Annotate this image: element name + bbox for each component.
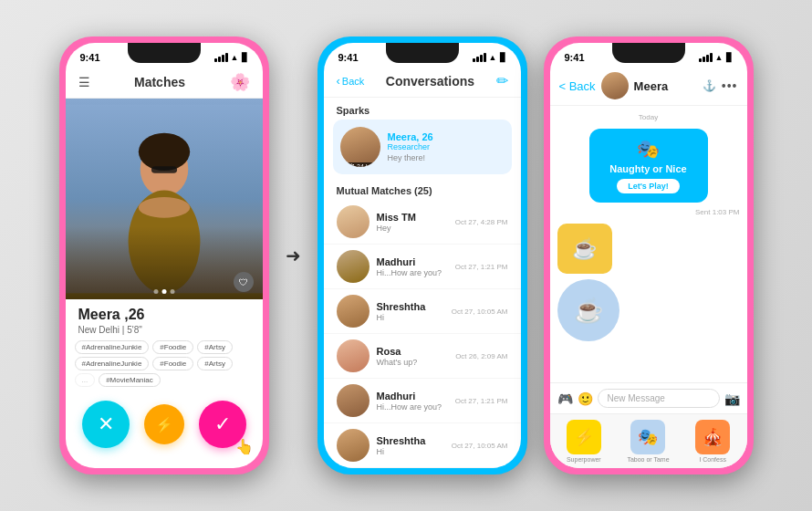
shield-badge[interactable]: 🛡 <box>234 272 254 292</box>
lets-play-button[interactable]: Let's Play! <box>617 179 680 193</box>
chat-back-button[interactable]: < Back <box>559 79 596 93</box>
conv-item-1[interactable]: Madhuri Hi...How are you? Oct 27, 1:21 P… <box>324 245 521 289</box>
profile-image: 🛡 <box>66 99 263 299</box>
tag-2[interactable]: #Foodie <box>152 340 193 354</box>
spark-avatar: ⏱ 24 hr <box>340 127 380 167</box>
chat-body: Today 🎭 Naughty or Nice Let's Play! Sent… <box>550 106 747 382</box>
sparks-label: Sparks <box>324 98 521 120</box>
tag-blur[interactable]: ... <box>75 373 96 387</box>
chat-avatar[interactable] <box>601 72 629 99</box>
battery-icon: ▊ <box>242 53 248 62</box>
conv-preview-3: What's up? <box>377 358 449 367</box>
conv-avatar-5 <box>337 429 370 462</box>
conv-item-0[interactable]: Miss TM Hey Oct 27, 4:28 PM <box>324 200 521 245</box>
menu-icon[interactable]: ☰ <box>78 75 90 89</box>
superpower-sticker-thumb: ⚡ <box>567 420 601 454</box>
image-overlay <box>66 226 263 299</box>
time-3: 9:41 <box>565 52 585 63</box>
message-input[interactable]: New Message <box>598 389 720 408</box>
tag-movie[interactable]: #MovieManiac <box>99 373 161 387</box>
conv-info-2: Shreshtha Hi <box>377 301 444 322</box>
like-button[interactable]: ✓ 👆 <box>199 401 246 448</box>
boost-button[interactable]: ⚡ <box>144 404 184 444</box>
conversations-title: Conversations <box>386 74 474 89</box>
conv-time-5: Oct 27, 10:05 AM <box>452 442 508 450</box>
status-icons-2: ▲ ▊ <box>473 53 506 62</box>
notch-1 <box>128 43 201 63</box>
conv-item-3[interactable]: Rosa What's up? Oct 26, 2:09 AM <box>324 334 521 379</box>
confess-sticker-thumb: 🎪 <box>695 420 730 454</box>
back-label: Back <box>342 76 364 87</box>
conv-avatar-0 <box>337 205 370 238</box>
conv-info-5: Shreshtha Hi <box>377 435 444 456</box>
action-buttons: ✕ ⚡ ✓ 👆 <box>66 391 263 455</box>
conversations-header: ‹ Back Conversations ✏ <box>324 68 521 98</box>
conv-name-4: Madhuri <box>377 391 448 402</box>
tag-1[interactable]: #AdrenalineJunkie <box>75 340 150 354</box>
conv-info-3: Rosa What's up? <box>377 346 449 367</box>
chat-name: Meera <box>634 79 697 93</box>
status-icons-1: ▲ ▊ <box>214 53 248 62</box>
back-arrow-icon: ‹ <box>337 74 340 88</box>
phone-matches: 9:41 ▲ ▊ ☰ Matches 🌸 <box>59 36 269 474</box>
conv-info-1: Madhuri Hi...How are you? <box>377 256 448 277</box>
battery-icon-3: ▊ <box>726 53 733 62</box>
conv-time-2: Oct 27, 10:05 AM <box>452 308 508 316</box>
conv-info-4: Madhuri Hi...How are you? <box>377 391 448 412</box>
tag-6[interactable]: #Artsy <box>197 357 233 370</box>
conv-time-1: Oct 27, 1:21 PM <box>455 263 508 271</box>
conv-avatar-3 <box>337 339 370 372</box>
phone-conversations: 9:41 ▲ ▊ ‹ Back Conversatio <box>318 36 527 474</box>
signal-icon <box>214 53 228 62</box>
sticker-confess[interactable]: 🎪 I Confess <box>695 420 730 463</box>
conv-time-3: Oct 26, 2:09 AM <box>455 352 507 360</box>
conv-item-2[interactable]: Shreshtha Hi Oct 27, 10:05 AM <box>324 289 521 334</box>
wifi-icon: ▲ <box>231 53 239 62</box>
confess-label: I Confess <box>699 456 726 463</box>
matches-title: Matches <box>134 75 185 89</box>
signal-icon-3 <box>699 53 713 62</box>
gamepad-icon[interactable]: 🎮 <box>557 391 573 406</box>
sticker-superpower[interactable]: ⚡ Superpower <box>567 420 601 463</box>
conv-item-5[interactable]: Shreshtha Hi Oct 27, 10:05 AM <box>324 423 521 468</box>
profile-location: New Delhi | 5'8" <box>78 325 250 335</box>
tag-4[interactable]: #AdrenalineJunkie <box>75 357 150 370</box>
conv-preview-1: Hi...How are you? <box>377 268 448 277</box>
conv-avatar-1 <box>337 250 370 283</box>
anchor-icon[interactable]: ⚓ <box>703 79 716 92</box>
arrow-connector: ➜ <box>286 245 301 266</box>
profile-name: Meera ,26 <box>78 307 250 323</box>
spark-item[interactable]: ⏱ 24 hr Meera, 26 Researcher Hey there! <box>333 120 512 174</box>
chat-input-bar: 🎮 🙂 New Message 📷 <box>550 382 747 413</box>
heart-icon[interactable]: 🌸 <box>230 72 250 92</box>
game-card[interactable]: 🎭 Naughty or Nice Let's Play! <box>589 129 708 203</box>
mutual-matches-label: Mutual Matches (25) <box>324 182 521 200</box>
spark-info: Meera, 26 Researcher Hey there! <box>388 131 505 162</box>
dot-3 <box>170 289 174 294</box>
spark-name: Meera, 26 <box>388 131 505 142</box>
time-2: 9:41 <box>338 52 359 63</box>
conv-time-0: Oct 27, 4:28 PM <box>455 218 508 226</box>
taboo-label: Taboo or Tame <box>627 456 669 463</box>
conv-preview-2: Hi <box>377 313 444 322</box>
more-options-button[interactable]: ••• <box>722 78 738 93</box>
matches-header: ☰ Matches 🌸 <box>66 68 263 99</box>
dot-2 <box>161 289 166 294</box>
sticker-taboo[interactable]: 🎭 Taboo or Tame <box>627 420 669 463</box>
tags-row-2: #AdrenalineJunkie #Foodie #Artsy <box>75 357 254 370</box>
camera-icon[interactable]: 📷 <box>724 391 740 406</box>
tag-5[interactable]: #Foodie <box>152 357 193 370</box>
conv-item-4[interactable]: Madhuri Hi...How are you? Oct 27, 1:21 P… <box>324 379 521 423</box>
back-button[interactable]: ‹ Back <box>337 74 365 88</box>
conv-name-5: Shreshtha <box>377 435 444 446</box>
sent-time: Sent 1:03 PM <box>557 208 740 216</box>
tag-3[interactable]: #Artsy <box>197 340 233 354</box>
svg-rect-3 <box>151 166 176 173</box>
conv-preview-0: Hey <box>377 224 448 233</box>
conv-name-2: Shreshtha <box>377 301 444 312</box>
emoji-icon[interactable]: 🙂 <box>578 391 593 406</box>
conv-name-1: Madhuri <box>377 256 448 267</box>
cursor-hand: 👆 <box>235 438 254 455</box>
dislike-button[interactable]: ✕ <box>82 401 130 448</box>
message-compose-icon[interactable]: ✏ <box>496 72 508 89</box>
